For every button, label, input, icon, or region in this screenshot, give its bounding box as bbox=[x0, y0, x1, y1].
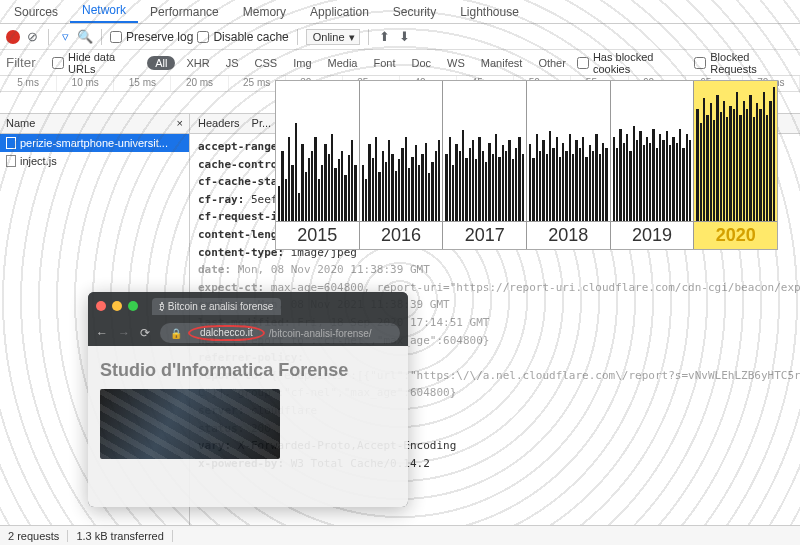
hide-data-urls-checkbox[interactable]: Hide data URLs bbox=[52, 51, 141, 75]
tab-network[interactable]: Network bbox=[70, 0, 138, 23]
tab-preview[interactable]: Pr... bbox=[252, 117, 272, 130]
clear-icon[interactable]: ⊘ bbox=[24, 29, 40, 45]
type-font[interactable]: Font bbox=[368, 56, 400, 70]
preserve-log-checkbox[interactable]: Preserve log bbox=[110, 30, 193, 44]
has-blocked-cookies-checkbox[interactable]: Has blocked cookies bbox=[577, 51, 688, 75]
year-label: 2015 bbox=[276, 221, 359, 249]
tab-performance[interactable]: Performance bbox=[138, 1, 231, 23]
browser-tab[interactable]: ₿ Bitcoin e analisi forense bbox=[152, 298, 281, 315]
record-button[interactable] bbox=[6, 30, 20, 44]
tab-application[interactable]: Application bbox=[298, 1, 381, 23]
year-label: 2020 bbox=[694, 221, 777, 249]
close-sidebar-button[interactable]: × bbox=[177, 117, 183, 130]
window-minimize-icon[interactable] bbox=[112, 301, 122, 311]
type-other[interactable]: Other bbox=[533, 56, 571, 70]
type-media[interactable]: Media bbox=[323, 56, 363, 70]
request-count: 2 requests bbox=[8, 530, 59, 542]
browser-window-overlay: ₿ Bitcoin e analisi forense ← → ⟳ 🔒 dalc… bbox=[88, 292, 408, 507]
request-row[interactable]: inject.js bbox=[0, 152, 189, 170]
reload-icon[interactable]: ⟳ bbox=[140, 326, 150, 340]
file-icon bbox=[6, 137, 16, 149]
search-icon[interactable]: 🔍 bbox=[77, 29, 93, 45]
tab-security[interactable]: Security bbox=[381, 1, 448, 23]
response-header-line: date: Mon, 08 Nov 2020 11:38:39 GMT bbox=[198, 261, 792, 279]
type-xhr[interactable]: XHR bbox=[181, 56, 214, 70]
network-toolbar: ⊘ ▿ 🔍 Preserve log Disable cache Online … bbox=[0, 24, 800, 50]
yearly-chart-overlay: 201520162017201820192020 bbox=[275, 80, 778, 250]
filter-input[interactable] bbox=[6, 55, 46, 70]
type-js[interactable]: JS bbox=[221, 56, 244, 70]
back-icon[interactable]: ← bbox=[96, 326, 108, 340]
filter-icon[interactable]: ▿ bbox=[57, 29, 73, 45]
type-all[interactable]: All bbox=[147, 56, 175, 70]
tab-headers[interactable]: Headers bbox=[198, 117, 240, 130]
download-icon[interactable]: ⬇ bbox=[397, 29, 413, 45]
forward-icon[interactable]: → bbox=[118, 326, 130, 340]
window-close-icon[interactable] bbox=[96, 301, 106, 311]
col-name-header[interactable]: Name bbox=[6, 117, 35, 130]
year-label: 2018 bbox=[527, 221, 610, 249]
tab-memory[interactable]: Memory bbox=[231, 1, 298, 23]
url-field[interactable]: 🔒 dalchecco.it/bitcoin-analisi-forense/ bbox=[160, 323, 400, 343]
year-label: 2016 bbox=[360, 221, 443, 249]
type-doc[interactable]: Doc bbox=[407, 56, 437, 70]
throttling-select[interactable]: Online ▾ bbox=[306, 29, 360, 45]
browser-titlebar[interactable]: ₿ Bitcoin e analisi forense bbox=[88, 292, 408, 320]
window-maximize-icon[interactable] bbox=[128, 301, 138, 311]
blocked-requests-checkbox[interactable]: Blocked Requests bbox=[694, 51, 794, 75]
upload-icon[interactable]: ⬆ bbox=[377, 29, 393, 45]
type-manifest[interactable]: Manifest bbox=[476, 56, 528, 70]
status-bar: 2 requests 1.3 kB transferred bbox=[0, 525, 800, 545]
year-label: 2019 bbox=[611, 221, 694, 249]
type-img[interactable]: Img bbox=[288, 56, 316, 70]
browser-address-bar: ← → ⟳ 🔒 dalchecco.it/bitcoin-analisi-for… bbox=[88, 320, 408, 346]
keyboard-image bbox=[100, 389, 280, 459]
request-row[interactable]: perizie-smartphone-universit... bbox=[0, 134, 189, 152]
type-css[interactable]: CSS bbox=[250, 56, 283, 70]
year-label: 2017 bbox=[443, 221, 526, 249]
tab-sources[interactable]: Sources bbox=[2, 1, 70, 23]
devtools-tabs: Sources Network Performance Memory Appli… bbox=[0, 0, 800, 24]
transferred-size: 1.3 kB transferred bbox=[76, 530, 163, 542]
filter-bar: Hide data URLs All XHR JS CSS Img Media … bbox=[0, 50, 800, 76]
type-ws[interactable]: WS bbox=[442, 56, 470, 70]
tab-lighthouse[interactable]: Lighthouse bbox=[448, 1, 531, 23]
browser-content: Studio d'Informatica Forense bbox=[88, 346, 408, 507]
file-icon bbox=[6, 155, 16, 167]
disable-cache-checkbox[interactable]: Disable cache bbox=[197, 30, 288, 44]
page-heading: Studio d'Informatica Forense bbox=[100, 360, 396, 381]
